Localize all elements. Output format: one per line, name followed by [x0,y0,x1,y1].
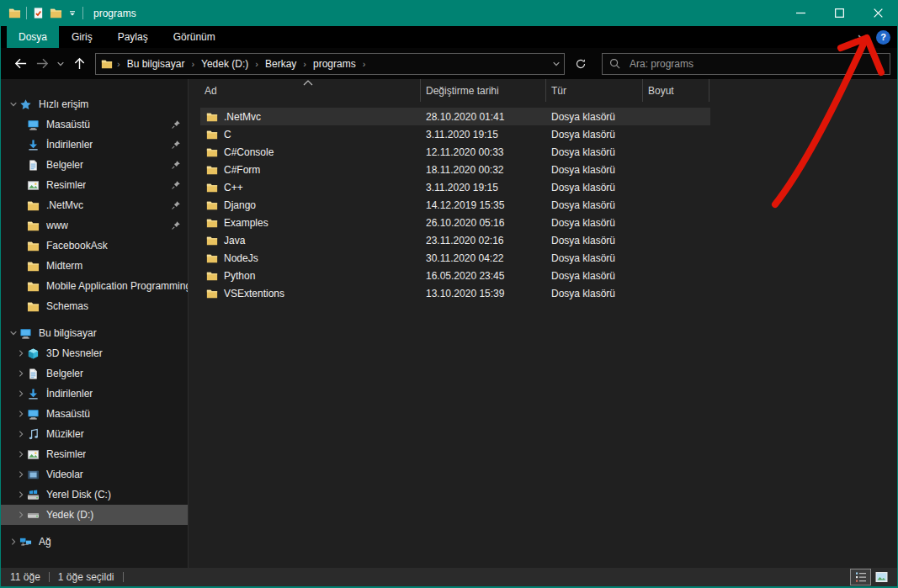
file-name: C++ [224,182,243,193]
column-header-type[interactable]: Tür [546,79,643,102]
sidebar-item-label: Resimler [46,179,86,191]
address-history-chevron-icon[interactable] [552,60,561,68]
file-row[interactable]: NodeJs30.11.2020 04:22Dosya klasörü [200,249,710,267]
help-icon[interactable]: ? [876,30,890,45]
sidebar-item-masa-st-[interactable]: Masaüstü [1,404,188,424]
close-button[interactable] [858,0,897,26]
recent-locations-button[interactable] [53,53,68,75]
sidebar-section-h-zl-eri-im[interactable]: Hızlı erişim [1,94,188,114]
file-row[interactable]: C#Form18.11.2020 00:32Dosya klasörü [200,161,710,178]
sidebar-item-3d-nesneler[interactable]: 3D Nesneler [1,343,188,363]
breadcrumb-separator[interactable]: › [359,59,370,69]
disk-icon [27,509,40,522]
sidebar-item-label: Masaüstü [46,408,90,420]
file-row[interactable]: VSExtentions13.10.2020 15:39Dosya klasör… [200,284,710,302]
thumbnails-view-button[interactable] [871,569,892,585]
address-bar[interactable]: › Bu bilgisayar›Yedek (D:)›Berkay›progra… [95,53,565,75]
folder-icon [206,217,218,229]
sidebar-item-m-zikler[interactable]: Müzikler [1,424,188,444]
file-modified: 14.12.2019 15:35 [421,199,546,211]
ribbon-expand-chevron-icon[interactable] [857,32,868,43]
maximize-button[interactable] [820,0,858,26]
file-row[interactable]: C#Console12.11.2020 00:33Dosya klasörü [200,143,710,161]
back-button[interactable] [9,53,31,75]
folder-icon[interactable] [8,7,21,19]
tab-giris[interactable]: Giriş [59,26,105,48]
sidebar-item--netmvc[interactable]: .NetMvc [1,195,188,215]
file-row[interactable]: C3.11.2020 19:15Dosya klasörü [200,125,710,143]
breadcrumb-separator: › [113,59,125,69]
breadcrumb-separator[interactable]: › [299,59,311,69]
sidebar-item-mobile-application-programming[interactable]: Mobile Application Programming [1,276,188,296]
file-row[interactable]: C++3.11.2020 19:15Dosya klasörü [200,178,710,196]
breadcrumb-separator[interactable]: › [187,59,199,69]
tab-dosya[interactable]: Dosya [7,26,59,48]
monitor-icon [19,327,32,340]
chevron-right-icon [17,430,25,438]
sidebar-item-yedek-d-[interactable]: Yedek (D:) [1,505,188,525]
folder-icon[interactable] [50,7,62,19]
refresh-button[interactable] [568,53,593,75]
titlebar: programs [1,0,897,26]
sidebar-item-masa-st-[interactable]: Masaüstü [1,114,188,135]
music-icon [27,428,40,441]
address-folder-icon [101,58,113,70]
sidebar-item-midterm[interactable]: Midterm [1,256,188,276]
qat-separator [26,7,27,19]
sidebar-item-belgeler[interactable]: Belgeler [1,363,188,384]
document-icon [27,159,40,172]
column-header-row: Ad Değiştirme tarihi Tür Boyut [200,79,897,102]
breadcrumb-segment[interactable]: Bu bilgisayar [125,58,188,70]
sidebar-item-label: .NetMvc [46,199,83,211]
sidebar-item-label: Schemas [46,300,88,312]
sidebar-item-schemas[interactable]: Schemas [1,296,188,316]
sidebar-item-resimler[interactable]: Resimler [1,175,188,195]
file-row[interactable]: Python16.05.2020 23:45Dosya klasörü [200,267,710,284]
chevron-right-icon [17,349,25,358]
search-input[interactable] [628,57,883,71]
sidebar-item-yerel-disk-c-[interactable]: Yerel Disk (C:) [1,485,188,505]
column-header-modified[interactable]: Değiştirme tarihi [421,79,546,102]
refresh-icon [575,58,587,70]
minimize-button[interactable] [781,0,820,26]
file-row[interactable]: Examples26.10.2020 05:16Dosya klasörü [200,214,710,231]
status-separator [49,572,50,582]
file-type: Dosya klasörü [546,217,643,229]
details-view-button[interactable] [850,569,871,585]
chevron-right-icon [17,389,25,398]
up-button[interactable] [68,53,90,75]
qat-customize-chevron-icon[interactable] [67,7,77,19]
file-row[interactable]: .NetMvc28.10.2020 01:41Dosya klasörü [200,108,710,125]
chevron-right-icon [17,369,25,378]
file-row[interactable]: Java23.11.2020 02:16Dosya klasörü [200,231,710,249]
breadcrumb-segment[interactable]: Yedek (D:) [199,58,251,70]
forward-button[interactable] [31,53,53,75]
file-modified: 16.05.2020 23:45 [421,270,546,282]
sidebar-item-label: Yerel Disk (C:) [46,489,111,501]
folder-icon [27,220,40,232]
file-name: NodeJs [224,252,258,264]
sidebar-item-videolar[interactable]: Videolar [1,464,188,485]
file-name: C [224,129,231,140]
picture-icon [27,448,40,461]
sidebar-section-bu-bilgisayar[interactable]: Bu bilgisayar [1,323,188,343]
breadcrumb-separator[interactable]: › [251,59,263,69]
file-modified: 3.11.2020 19:15 [421,129,546,140]
breadcrumb-segment[interactable]: programs [311,58,359,70]
sidebar-item-i-ndirilenler[interactable]: İndirilenler [1,384,188,404]
sidebar-item-belgeler[interactable]: Belgeler [1,155,188,175]
tab-paylas[interactable]: Paylaş [105,26,161,48]
breadcrumb-segment[interactable]: Berkay [263,58,299,70]
chevron-right-icon [17,450,25,458]
file-row[interactable]: Django14.12.2019 15:35Dosya klasörü [200,196,710,214]
sidebar-item-i-ndirilenler[interactable]: İndirilenler [1,135,188,155]
column-header-size[interactable]: Boyut [643,79,709,102]
sidebar-section-a-[interactable]: Ağ [1,532,188,552]
properties-check-icon[interactable] [32,7,45,19]
file-modified: 26.10.2020 05:16 [421,217,546,229]
sidebar-item-www[interactable]: www [1,215,188,236]
sidebar-item-resimler[interactable]: Resimler [1,444,188,464]
sidebar-item-facebookask[interactable]: FacebookAsk [1,236,188,256]
ribbon-tab-bar: Dosya Giriş Paylaş Görünüm ? [1,26,897,48]
tab-gorunum[interactable]: Görünüm [161,26,228,48]
